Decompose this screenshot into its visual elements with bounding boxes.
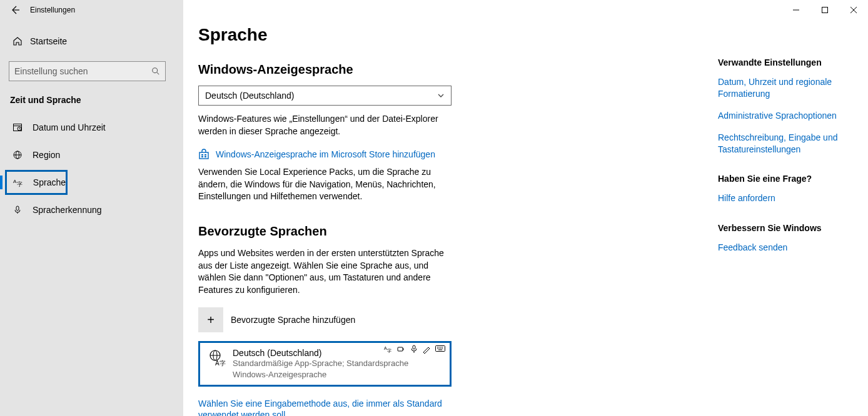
chevron-down-icon xyxy=(437,92,445,99)
sidebar-item-region[interactable]: Region xyxy=(0,142,183,167)
svg-text:字: 字 xyxy=(17,181,23,187)
search-input[interactable] xyxy=(14,66,146,76)
feedback-link[interactable]: Feedback senden xyxy=(718,242,868,254)
svg-rect-21 xyxy=(204,154,206,156)
home-icon xyxy=(11,36,24,46)
titlebar: Einstellungen xyxy=(0,0,183,20)
plus-icon: + xyxy=(207,313,214,327)
svg-rect-30 xyxy=(398,347,403,351)
search-icon xyxy=(151,67,160,76)
keyboard-icon xyxy=(435,345,445,354)
right-column: Verwandte Einstellungen Datum, Uhrzeit u… xyxy=(718,57,868,272)
main-content: Sprache Windows-Anzeigesprache Deutsch (… xyxy=(183,0,868,416)
svg-text:字: 字 xyxy=(387,349,391,353)
svg-rect-31 xyxy=(413,345,415,349)
language-feature-icons: A字 xyxy=(384,345,445,354)
sidebar-item-speech[interactable]: Spracherkennung xyxy=(0,197,183,222)
svg-point-1 xyxy=(153,68,158,73)
page-title: Sprache xyxy=(198,25,648,45)
sidebar-home[interactable]: Startseite xyxy=(0,29,183,54)
improve-heading: Verbessern Sie Windows xyxy=(718,223,868,233)
language-meta: Standardmäßige App-Sprache; Standardspra… xyxy=(233,358,443,380)
sidebar: Einstellungen Startseite Zeit und Sprach… xyxy=(0,0,183,416)
preferred-languages-desc: Apps und Websites werden in der ersten u… xyxy=(198,247,455,296)
sidebar-item-language[interactable]: A字 Sprache xyxy=(5,170,68,195)
sidebar-item-label: Spracherkennung xyxy=(33,205,102,215)
add-language-label: Bevorzugte Sprache hinzufügen xyxy=(231,315,355,325)
minimize-button[interactable] xyxy=(782,0,810,20)
add-button[interactable]: + xyxy=(198,307,223,332)
close-button[interactable] xyxy=(839,0,868,20)
window-controls xyxy=(782,0,868,20)
display-language-icon: A字 xyxy=(384,345,393,354)
svg-rect-23 xyxy=(204,156,206,157)
store-icon xyxy=(198,149,209,160)
store-link-row[interactable]: Windows-Anzeigesprache im Microsoft Stor… xyxy=(198,149,648,160)
help-heading: Haben Sie eine Frage? xyxy=(718,174,868,184)
language-pack-icon: A字 xyxy=(206,348,229,380)
display-language-dropdown[interactable]: Deutsch (Deutschland) xyxy=(198,86,452,106)
preferred-languages-heading: Bevorzugte Sprachen xyxy=(198,224,648,239)
default-input-method-link[interactable]: Wählen Sie eine Eingabemethode aus, die … xyxy=(198,399,442,416)
store-desc: Verwenden Sie Local Experience Packs, um… xyxy=(198,166,455,203)
maximize-button[interactable] xyxy=(810,0,839,20)
sidebar-item-label: Datum und Uhrzeit xyxy=(33,122,106,132)
handwriting-icon xyxy=(422,345,431,354)
globe-icon xyxy=(11,150,24,160)
help-link[interactable]: Hilfe anfordern xyxy=(718,192,868,204)
sidebar-item-label: Sprache xyxy=(33,177,66,187)
svg-text:A字: A字 xyxy=(215,360,226,367)
store-link: Windows-Anzeigesprache im Microsoft Stor… xyxy=(216,149,435,159)
text-to-speech-icon xyxy=(397,345,406,354)
related-link[interactable]: Datum, Uhrzeit und regionale Formatierun… xyxy=(718,76,868,100)
related-link[interactable]: Rechtschreibung, Eingabe und Tastaturein… xyxy=(718,132,868,156)
svg-rect-19 xyxy=(199,152,208,159)
svg-rect-13 xyxy=(16,206,19,210)
calendar-clock-icon xyxy=(11,122,24,132)
sidebar-home-label: Startseite xyxy=(30,36,67,46)
back-button[interactable] xyxy=(0,0,30,20)
window-title: Einstellungen xyxy=(30,6,75,14)
svg-rect-20 xyxy=(201,154,203,156)
svg-rect-22 xyxy=(201,156,203,157)
add-language-row[interactable]: + Bevorzugte Sprache hinzufügen xyxy=(198,307,648,332)
microphone-icon xyxy=(11,205,24,215)
sidebar-section-title: Zeit und Sprache xyxy=(0,95,183,105)
speech-icon xyxy=(410,345,418,354)
svg-line-2 xyxy=(157,72,159,75)
search-box[interactable] xyxy=(9,61,166,81)
display-language-heading: Windows-Anzeigesprache xyxy=(198,62,648,77)
sidebar-item-label: Region xyxy=(33,150,60,160)
related-settings-heading: Verwandte Einstellungen xyxy=(718,57,868,67)
language-icon: A字 xyxy=(12,177,24,187)
svg-rect-16 xyxy=(822,7,828,13)
related-link[interactable]: Administrative Sprachoptionen xyxy=(718,110,868,122)
display-language-desc: Windows-Features wie „Einstellungen“ und… xyxy=(198,113,455,137)
dropdown-value: Deutsch (Deutschland) xyxy=(205,91,294,101)
sidebar-item-datetime[interactable]: Datum und Uhrzeit xyxy=(0,115,183,140)
svg-line-7 xyxy=(19,129,20,129)
